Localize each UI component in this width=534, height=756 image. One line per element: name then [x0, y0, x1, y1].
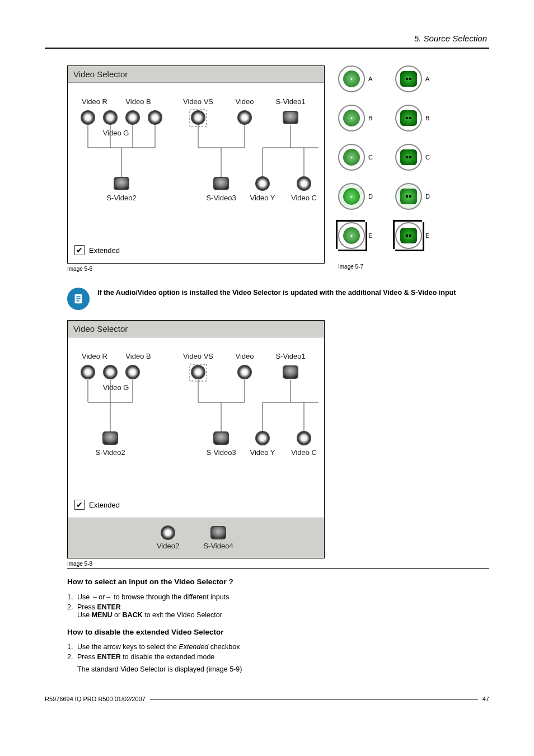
- svideo-connector-icon: ▪▪: [395, 183, 422, 210]
- label-c: C: [368, 154, 373, 161]
- step-text: Press: [77, 653, 97, 661]
- panel-title: Video Selector: [68, 66, 324, 83]
- svideo-connector-icon: ▪▪: [395, 105, 422, 132]
- svideo-connector-icon: ▪▪: [395, 222, 422, 249]
- rca-connector-icon: •: [338, 105, 365, 132]
- note-icon: [67, 288, 90, 310]
- video-selector-footer-ports: Video2 S-Video4: [140, 523, 252, 551]
- step-number: 2.: [67, 653, 73, 661]
- svg-text:Video R: Video R: [82, 352, 107, 360]
- svg-text:Video C: Video C: [291, 448, 317, 457]
- step-line2: The standard Video Selector is displayed…: [77, 665, 242, 673]
- label-a2: A: [425, 76, 429, 82]
- svg-text:S-Video2: S-Video2: [95, 448, 125, 457]
- svg-text:Video C: Video C: [291, 194, 317, 202]
- step-number: 2.: [67, 603, 73, 611]
- extended-label-2: Extended: [89, 501, 120, 509]
- step-or: or: [113, 611, 123, 619]
- rca-connector-icon: •: [338, 144, 365, 171]
- svg-text:Video G: Video G: [103, 383, 129, 392]
- video-selector-panel-1: Video Selector: [67, 65, 325, 264]
- caption-5-6: Image 5-6: [67, 266, 325, 272]
- step-text-post: checkbox: [208, 643, 240, 651]
- step-extended: Extended: [179, 643, 208, 651]
- step-text: Use the arrow keys to select the: [77, 643, 179, 651]
- extended-label: Extended: [89, 246, 120, 255]
- svideo-connector-icon: ▪▪: [395, 65, 422, 92]
- caption-5-8: Image 5-8: [67, 561, 489, 567]
- svg-text:Video B: Video B: [125, 352, 151, 360]
- label-e2: E: [425, 232, 429, 239]
- svg-text:Video Y: Video Y: [250, 194, 275, 202]
- svg-text:S-Video4: S-Video4: [203, 542, 233, 550]
- footer-page: 47: [483, 696, 489, 702]
- svg-text:S-Video1: S-Video1: [275, 97, 305, 106]
- howto2-list: 1. Use the arrow keys to select the Exte…: [67, 643, 489, 673]
- svg-text:S-Video2: S-Video2: [106, 194, 136, 202]
- footer-doc: R5976694 IQ PRO R500 01/02/2007: [45, 696, 146, 702]
- howto2-heading: How to disable the extended Video Select…: [67, 628, 489, 636]
- footer-rule: [150, 699, 478, 699]
- step-text-post: to disable the extended mode: [121, 653, 214, 661]
- svg-text:Video: Video: [235, 352, 254, 360]
- step-text: Press: [77, 603, 97, 611]
- panel-title-2: Video Selector: [68, 321, 324, 337]
- label-d: D: [368, 193, 373, 200]
- label-e: E: [368, 232, 372, 239]
- step-number: 1.: [67, 643, 73, 651]
- connector-column-rca: •A •B •C •D •E Image 5-7: [338, 65, 373, 270]
- content-rule: [67, 568, 489, 569]
- svg-text:Video B: Video B: [125, 97, 151, 106]
- howto1-heading: How to select an input on the Video Sele…: [67, 577, 489, 586]
- label-b: B: [368, 115, 372, 121]
- note-text: If the Audio/Video option is installed t…: [97, 288, 456, 297]
- label-b2: B: [425, 115, 429, 121]
- svg-text:S-Video3: S-Video3: [206, 448, 236, 457]
- extended-checkbox-2[interactable]: ✔: [74, 500, 85, 510]
- svg-text:Video: Video: [235, 97, 254, 106]
- svg-text:Video VS: Video VS: [183, 352, 213, 360]
- label-d2: D: [425, 193, 430, 200]
- step-line2-post: to exit the Video Selector: [143, 611, 222, 619]
- caption-5-7: Image 5-7: [338, 264, 373, 270]
- video-selector-panel-2: Video Selector Video R Video B Video VS …: [67, 320, 325, 558]
- svideo-connector-icon: ▪▪: [395, 144, 422, 171]
- svg-text:S-Video3: S-Video3: [206, 194, 236, 202]
- svg-text:S-Video1: S-Video1: [275, 352, 305, 360]
- step-number: 1.: [67, 593, 73, 601]
- svg-text:Video VS: Video VS: [183, 97, 213, 106]
- video-selector-diagram-1: Video R Video B Video VS Video S-Video1: [72, 93, 321, 238]
- step-enter: ENTER: [97, 603, 120, 611]
- extended-checkbox[interactable]: ✔: [74, 245, 85, 255]
- label-c2: C: [425, 154, 430, 161]
- rca-connector-icon: •: [338, 222, 365, 249]
- connector-column-svideo: ▪▪A ▪▪B ▪▪C ▪▪D ▪▪E: [395, 65, 430, 270]
- label-a: A: [368, 76, 372, 82]
- svg-text:Video G: Video G: [103, 129, 129, 137]
- section-title: 5. Source Selection: [45, 34, 489, 43]
- video-selector-diagram-2: Video R Video B Video VS Video S-Video1 …: [72, 348, 321, 493]
- rca-connector-icon: •: [338, 183, 365, 210]
- svg-text:Video Y: Video Y: [250, 448, 275, 457]
- step-menu: MENU: [92, 611, 113, 619]
- step-enter: ENTER: [97, 653, 120, 661]
- rca-connector-icon: •: [338, 65, 365, 92]
- step-text: Use ←or→ to browse through the different…: [77, 593, 229, 601]
- step-back: BACK: [123, 611, 143, 619]
- svg-text:Video2: Video2: [157, 542, 179, 550]
- svg-text:Video R: Video R: [82, 97, 107, 106]
- step-line2: Use: [77, 611, 92, 619]
- howto1-list: 1. Use ←or→ to browse through the differ…: [67, 593, 489, 619]
